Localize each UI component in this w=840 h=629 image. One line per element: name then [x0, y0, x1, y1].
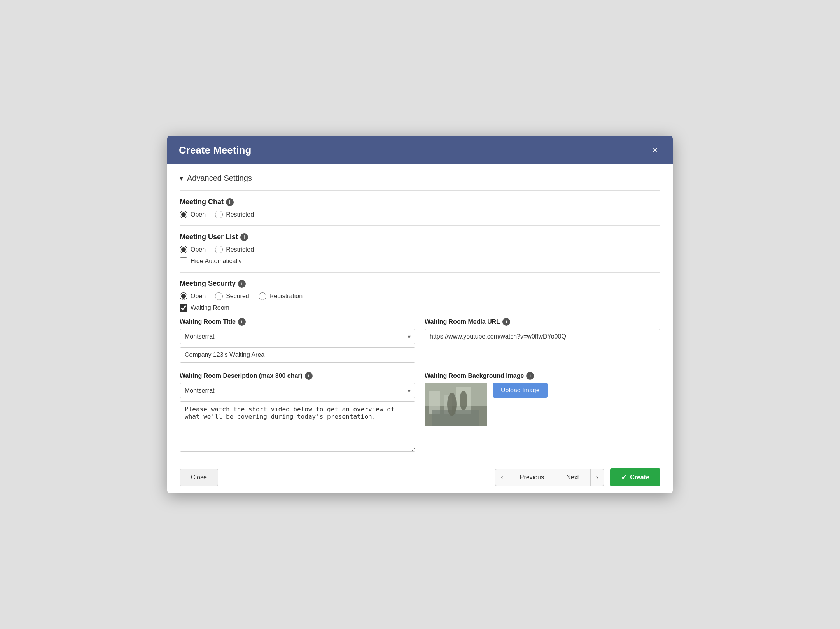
user-list-restricted-option[interactable]: Restricted [215, 246, 254, 253]
waiting-room-media-group: Waiting Room Media URL i [425, 318, 660, 363]
waiting-room-description-label: Waiting Room Description (max 300 char) … [180, 372, 415, 380]
upload-image-button[interactable]: Upload Image [493, 383, 548, 398]
check-icon: ✓ [621, 473, 627, 482]
meeting-user-list-info-icon[interactable]: i [240, 233, 248, 241]
waiting-room-background-group: Waiting Room Background Image i [425, 372, 660, 452]
waiting-room-media-label: Waiting Room Media URL i [425, 318, 660, 326]
toggle-arrow-icon: ▾ [180, 174, 183, 183]
user-list-open-label: Open [191, 246, 206, 253]
waiting-room-checkbox[interactable] [180, 304, 187, 312]
meeting-chat-label: Meeting Chat i [180, 198, 660, 206]
user-list-open-radio[interactable] [180, 246, 187, 253]
meeting-chat-restricted-label: Restricted [226, 211, 254, 218]
meeting-chat-info-icon[interactable]: i [226, 198, 234, 206]
divider-3 [180, 272, 660, 273]
security-registration-label: Registration [270, 293, 303, 300]
advanced-settings-toggle[interactable]: ▾ Advanced Settings [180, 174, 660, 183]
security-secured-label: Secured [226, 293, 249, 300]
waiting-room-title-group: Waiting Room Title i Montserrat Arial Ti… [180, 318, 415, 363]
waiting-room-description-textarea[interactable]: Please watch the short video below to ge… [180, 401, 415, 452]
meeting-security-label: Meeting Security i [180, 280, 660, 288]
footer-right: ‹ Previous Next › ✓ Create [495, 468, 660, 486]
divider-1 [180, 190, 660, 191]
meeting-chat-open-option[interactable]: Open [180, 211, 206, 218]
waiting-room-description-font-select[interactable]: Montserrat Arial Times New Roman Roboto [180, 383, 415, 398]
previous-button[interactable]: Previous [509, 469, 555, 486]
hide-automatically-label: Hide Automatically [191, 258, 242, 265]
hide-automatically-checkbox[interactable] [180, 257, 187, 265]
waiting-room-background-label: Waiting Room Background Image i [425, 372, 660, 380]
meeting-user-list-label: Meeting User List i [180, 233, 660, 241]
meeting-user-list-radio-group: Open Restricted [180, 246, 660, 253]
modal-footer: Close ‹ Previous Next › ✓ Create [167, 461, 673, 493]
svg-rect-8 [425, 383, 487, 426]
waiting-room-title-info-icon[interactable]: i [238, 318, 246, 326]
user-list-restricted-radio[interactable] [215, 246, 223, 253]
waiting-room-label: Waiting Room [191, 304, 229, 311]
modal-title: Create Meeting [179, 144, 251, 156]
waiting-room-background-info-icon[interactable]: i [526, 372, 534, 380]
meeting-security-section: Meeting Security i Open Secured Registra… [180, 280, 660, 312]
waiting-room-row-1: Waiting Room Title i Montserrat Arial Ti… [180, 318, 660, 363]
divider-2 [180, 225, 660, 226]
previous-arrow-button[interactable]: ‹ [495, 469, 509, 486]
waiting-room-description-group: Waiting Room Description (max 300 char) … [180, 372, 415, 452]
meeting-chat-restricted-radio[interactable] [215, 211, 223, 218]
meeting-chat-section: Meeting Chat i Open Restricted [180, 198, 660, 218]
nav-group: ‹ Previous Next › [495, 469, 604, 486]
advanced-settings-label: Advanced Settings [187, 174, 252, 183]
user-list-open-option[interactable]: Open [180, 246, 206, 253]
modal-header: Create Meeting × [167, 136, 673, 164]
security-open-label: Open [191, 293, 206, 300]
security-secured-radio[interactable] [215, 292, 223, 300]
waiting-room-title-label: Waiting Room Title i [180, 318, 415, 326]
waiting-room-description-info-icon[interactable]: i [305, 372, 313, 380]
create-meeting-modal: Create Meeting × ▾ Advanced Settings Mee… [167, 136, 673, 493]
next-button[interactable]: Next [555, 469, 590, 486]
modal-body: ▾ Advanced Settings Meeting Chat i Open … [167, 164, 673, 461]
waiting-room-media-input[interactable] [425, 329, 660, 344]
hide-automatically-option[interactable]: Hide Automatically [180, 257, 660, 265]
security-registration-radio[interactable] [259, 292, 266, 300]
background-image-section: Upload Image [425, 383, 660, 426]
waiting-room-media-info-icon[interactable]: i [502, 318, 510, 326]
security-registration-option[interactable]: Registration [259, 292, 303, 300]
waiting-room-description-font-wrapper: Montserrat Arial Times New Roman Roboto … [180, 383, 415, 398]
create-button[interactable]: ✓ Create [610, 468, 660, 486]
waiting-room-title-font-select[interactable]: Montserrat Arial Times New Roman Roboto [180, 329, 415, 344]
meeting-security-radio-group: Open Secured Registration [180, 292, 660, 300]
security-open-radio[interactable] [180, 292, 187, 300]
waiting-room-title-font-wrapper: Montserrat Arial Times New Roman Roboto … [180, 329, 415, 344]
waiting-room-option[interactable]: Waiting Room [180, 304, 660, 312]
create-button-label: Create [630, 474, 649, 481]
meeting-chat-restricted-option[interactable]: Restricted [215, 211, 254, 218]
waiting-room-title-input[interactable] [180, 347, 415, 363]
background-image-preview [425, 383, 487, 426]
security-secured-option[interactable]: Secured [215, 292, 249, 300]
modal-close-button[interactable]: × [649, 143, 661, 157]
meeting-chat-open-label: Open [191, 211, 206, 218]
security-open-option[interactable]: Open [180, 292, 206, 300]
user-list-restricted-label: Restricted [226, 246, 254, 253]
waiting-room-row-2: Waiting Room Description (max 300 char) … [180, 372, 660, 452]
close-button[interactable]: Close [180, 469, 218, 486]
meeting-user-list-section: Meeting User List i Open Restricted Hide… [180, 233, 660, 265]
meeting-security-info-icon[interactable]: i [238, 280, 246, 288]
meeting-chat-open-radio[interactable] [180, 211, 187, 218]
next-arrow-button[interactable]: › [590, 469, 604, 486]
meeting-chat-radio-group: Open Restricted [180, 211, 660, 218]
